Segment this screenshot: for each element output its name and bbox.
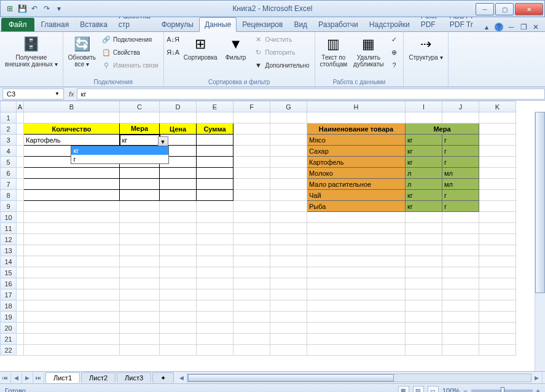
cell-B15[interactable]: [24, 267, 120, 278]
cell-J15[interactable]: [442, 267, 479, 278]
cell-B18[interactable]: [24, 300, 120, 312]
tab-review[interactable]: Рецензиров: [237, 17, 288, 31]
row-header-19[interactable]: 19: [1, 312, 17, 323]
tab-view[interactable]: Вид: [288, 17, 313, 31]
cell-E17[interactable]: [197, 289, 233, 300]
cell-B22[interactable]: [24, 345, 120, 356]
cell-C13[interactable]: [120, 245, 160, 256]
col-header-D[interactable]: D: [160, 101, 197, 112]
dropdown-option-г[interactable]: г: [71, 155, 168, 163]
row-header-10[interactable]: 10: [1, 212, 17, 223]
cell-F16[interactable]: [233, 278, 270, 289]
row-header-17[interactable]: 17: [1, 289, 17, 300]
row-header-8[interactable]: 8: [1, 190, 17, 201]
cell-K18[interactable]: [479, 300, 516, 312]
close-button[interactable]: ✕: [515, 3, 543, 15]
cell-K1[interactable]: [479, 112, 516, 123]
cell-J20[interactable]: [442, 323, 479, 334]
cell-D18[interactable]: [160, 300, 197, 312]
row-header-14[interactable]: 14: [1, 256, 17, 267]
cell-I10[interactable]: [406, 212, 442, 223]
col-header-corner[interactable]: [1, 101, 17, 112]
cell-E10[interactable]: [197, 212, 233, 223]
cell-D10[interactable]: [160, 212, 197, 223]
cell-H9[interactable]: Рыба: [307, 201, 406, 212]
cell-E13[interactable]: [197, 245, 233, 256]
connections-button[interactable]: 🔗Подключения: [100, 33, 161, 45]
cell-H13[interactable]: [307, 245, 406, 256]
hscroll-right[interactable]: ▶: [531, 372, 543, 383]
cell-G20[interactable]: [270, 323, 307, 334]
cell-E20[interactable]: [197, 323, 233, 334]
sheet-nav-prev[interactable]: ◀: [11, 372, 22, 383]
cell-D15[interactable]: [160, 267, 197, 278]
cell-D16[interactable]: [160, 278, 197, 289]
cell-B1[interactable]: [24, 112, 120, 123]
refresh-all-button[interactable]: 🔄 Обновить все ▾: [66, 33, 98, 69]
undo-icon[interactable]: ↶: [29, 3, 40, 14]
cell-I12[interactable]: [406, 234, 442, 245]
sort-za-button[interactable]: Я↓А: [167, 46, 180, 58]
cell-I22[interactable]: [406, 345, 442, 356]
cell-H4[interactable]: Сахар: [307, 146, 406, 157]
cell-K21[interactable]: [479, 334, 516, 345]
fx-button[interactable]: fx: [66, 90, 77, 98]
cell-J4[interactable]: г: [442, 146, 479, 157]
cell-E4[interactable]: [197, 146, 233, 157]
cell-E11[interactable]: [197, 223, 233, 234]
tab-addins[interactable]: Надстройки: [364, 17, 415, 31]
cell-E16[interactable]: [197, 278, 233, 289]
cell-J5[interactable]: г: [442, 157, 479, 168]
cell-E21[interactable]: [197, 334, 233, 345]
cell-C22[interactable]: [120, 345, 160, 356]
tab-home[interactable]: Главная: [36, 17, 75, 31]
cell-K6[interactable]: [479, 168, 516, 179]
cell-F21[interactable]: [233, 334, 270, 345]
cell-K20[interactable]: [479, 323, 516, 334]
minimize-ribbon-icon[interactable]: ▴: [482, 23, 491, 31]
cell-G10[interactable]: [270, 212, 307, 223]
outline-button[interactable]: ⇢ Структура ▾: [406, 33, 445, 62]
cell-C2[interactable]: Мера: [120, 123, 160, 135]
cell-A20[interactable]: [17, 323, 24, 334]
cell-F9[interactable]: [233, 201, 270, 212]
cell-G9[interactable]: [270, 201, 307, 212]
cell-F18[interactable]: [233, 300, 270, 312]
cell-E9[interactable]: [197, 201, 233, 212]
cell-K7[interactable]: [479, 179, 516, 190]
row-header-5[interactable]: 5: [1, 157, 17, 168]
cell-B17[interactable]: [24, 289, 120, 300]
cell-J16[interactable]: [442, 278, 479, 289]
cell-B14[interactable]: [24, 256, 120, 267]
cell-A19[interactable]: [17, 312, 24, 323]
cell-G18[interactable]: [270, 300, 307, 312]
row-header-21[interactable]: 21: [1, 334, 17, 345]
cell-B13[interactable]: [24, 245, 120, 256]
cell-J10[interactable]: [442, 212, 479, 223]
cell-D19[interactable]: [160, 312, 197, 323]
row-header-3[interactable]: 3: [1, 135, 17, 146]
cell-B9[interactable]: [24, 201, 120, 212]
cell-G22[interactable]: [270, 345, 307, 356]
col-header-B[interactable]: B: [24, 101, 120, 112]
cell-G4[interactable]: [270, 146, 307, 157]
cell-A7[interactable]: [17, 179, 24, 190]
cell-A18[interactable]: [17, 300, 24, 312]
hscroll-left[interactable]: ◀: [176, 372, 187, 383]
cell-J7[interactable]: мл: [442, 179, 479, 190]
cell-G14[interactable]: [270, 256, 307, 267]
cell-H6[interactable]: Молоко: [307, 168, 406, 179]
cell-I1[interactable]: [406, 112, 442, 123]
cell-H11[interactable]: [307, 223, 406, 234]
cell-A15[interactable]: [17, 267, 24, 278]
row-header-15[interactable]: 15: [1, 267, 17, 278]
cell-E7[interactable]: [197, 179, 233, 190]
window-min-icon[interactable]: ─: [507, 23, 516, 31]
cell-F2[interactable]: [233, 123, 270, 135]
tab-data[interactable]: Данные: [199, 17, 237, 32]
qat-customize-icon[interactable]: ▾: [53, 3, 65, 14]
cell-I9[interactable]: кг: [406, 201, 442, 212]
cell-C3[interactable]: кг▼: [120, 135, 160, 146]
cell-J14[interactable]: [442, 256, 479, 267]
cell-I2[interactable]: Мера: [406, 123, 479, 135]
